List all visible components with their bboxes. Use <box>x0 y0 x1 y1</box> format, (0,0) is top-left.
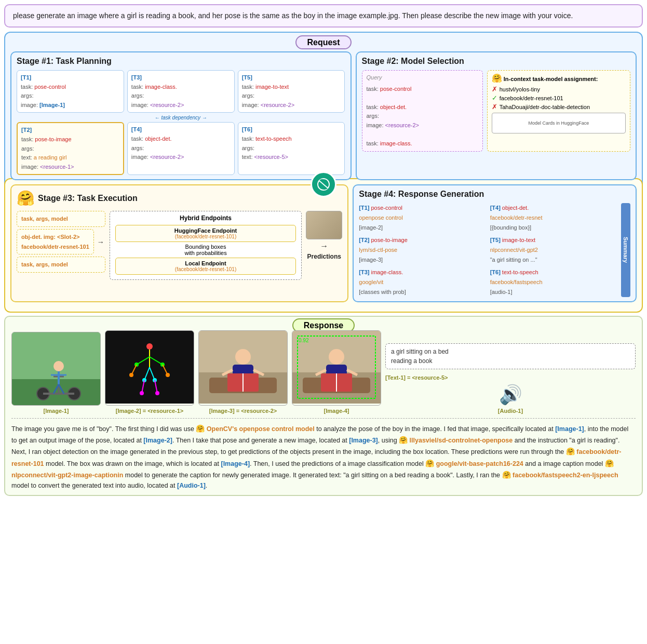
stage3-title: Stage #3: Task Execution <box>38 194 138 203</box>
emoji6: 🤗 <box>502 471 511 479</box>
emoji1: 🤗 <box>196 424 205 433</box>
resp-img4-container: 0.92 [Image-4] <box>292 330 381 414</box>
task-dep-arrow: ← task dependency → <box>17 114 345 120</box>
emoji4: 🤗 <box>425 459 434 467</box>
boy-scooter-svg <box>12 332 100 405</box>
request-text: please generate an image where a girl is… <box>13 10 634 21</box>
task-card-t1: [T1] task: pose-control args: image: [Im… <box>17 70 124 113</box>
local-endpoint-box: Local Endpoint (facebook/detr-resnet-101… <box>115 258 296 275</box>
local-endpoint-model: (facebook/detr-resnet-101) <box>120 266 291 272</box>
emoji3: 🤗 <box>566 447 575 455</box>
resp-img2 <box>105 330 194 406</box>
prediction-area: → Predictions <box>306 211 342 260</box>
model-assign-title: 🤗 In-context task-model assignment: <box>492 73 626 83</box>
t6-header: [T6] <box>242 126 252 132</box>
image3-ref: [Image-3] <box>349 437 378 444</box>
stages-top-row: Stage #1: Task Planning [T1] task: pose-… <box>10 51 637 180</box>
resp-img1-container: [Image-1] <box>11 332 101 414</box>
query-label: Query <box>367 73 478 83</box>
audio-speaker-icon: 🔊 <box>499 384 522 406</box>
task-slots: task, args, model obj-det. img: <Slot-2>… <box>17 211 105 273</box>
resp-img4-label: [Image-4] <box>324 408 349 414</box>
slot-1: task, args, model <box>17 211 105 227</box>
boy-scooter-img <box>12 332 100 405</box>
chatgpt-logo <box>311 171 336 197</box>
response-section: Response <box>4 316 643 497</box>
bounding-label: Bounding boxeswith probabilities <box>115 244 296 256</box>
svg-point-13 <box>146 343 153 350</box>
caption-text: a girl sitting on a bedreading a book <box>391 348 449 365</box>
skeleton-svg <box>105 331 194 404</box>
arrow-right-icon: → <box>320 242 328 251</box>
image2-ref: [Image-2] <box>143 437 172 444</box>
nlp-model-ref: nlpconnect/vit-gpt2-image-captionin <box>11 472 123 479</box>
hybrid-title: Hybrid Endpoints <box>115 214 296 222</box>
t4-header: [T4] <box>131 126 142 132</box>
cross-icon-3: ✗ <box>492 103 497 111</box>
text-label: [Text-1] = <resource-5> <box>385 374 636 381</box>
openai-svg <box>316 177 331 192</box>
summary-arrow: Summary <box>621 203 630 297</box>
detr-model-ref: facebook/detr-resnet-101 <box>11 448 621 467</box>
slot-3: task, args, model <box>17 257 105 273</box>
slot-2-row: obj-det. img: <Slot-2> facebook/detr-res… <box>17 229 105 254</box>
task-grid-2: [T2] task: pose-to-image args: text: a r… <box>17 122 345 175</box>
t5-header: [T5] <box>242 74 252 81</box>
task-card-t4: [T4] task: object-det. args: image: <res… <box>127 122 235 175</box>
predictions-label: Predictions <box>307 253 341 260</box>
slot-arrow: → <box>97 238 104 246</box>
resp-t4: [T4] object-det. facebook/detr-resnet [{… <box>490 203 618 232</box>
svg-point-34 <box>235 349 251 365</box>
emoji5: 🤗 <box>605 459 614 467</box>
check-icon-2: ✓ <box>492 94 497 102</box>
stage4-title: Stage #4: Response Generation <box>359 190 630 199</box>
model-item-1: ✗ hustvl/yolos-tiny <box>492 85 626 93</box>
resp-img1 <box>11 332 101 406</box>
girl-reading2-svg: 0.92 <box>292 331 381 404</box>
task-grid: [T1] task: pose-control args: image: [Im… <box>17 70 345 113</box>
resp-t3: [T3] image-class. google/vit [classes wi… <box>359 267 487 297</box>
stage3-inner: task, args, model obj-det. img: <Slot-2>… <box>17 211 342 280</box>
stage4-box: Stage #4: Response Generation [T1] pose-… <box>353 184 637 302</box>
stage1-title: Stage #1: Task Planning <box>17 57 345 66</box>
resp-img1-label: [Image-1] <box>44 408 69 414</box>
slot-2: obj-det. img: <Slot-2> facebook/detr-res… <box>17 229 94 254</box>
audio-label: [Audio-1] <box>498 408 523 414</box>
response-title-container: Response <box>11 321 636 330</box>
svg-point-30 <box>155 391 159 395</box>
resp-img3-container: [Image-3] = <resource-2> <box>198 330 288 414</box>
stages-top-container: Request Stage #1: Task Planning [T1] tas… <box>4 32 643 191</box>
resp-img4: 0.92 <box>292 330 381 406</box>
model-item-3: ✗ TahaDouaji/detr-doc-table-detection <box>492 103 626 111</box>
hf-endpoint-title: HuggingFace Endpoint <box>120 227 291 234</box>
request-box: please generate an image where a girl is… <box>4 4 643 28</box>
svg-rect-1 <box>12 379 100 405</box>
resp-img2-container: [Image-2] = <resource-1> <box>105 330 194 414</box>
local-endpoint-title: Local Endpoint <box>120 260 291 266</box>
caption-audio-area: a girl sitting on a bedreading a book [T… <box>385 343 636 414</box>
svg-point-21 <box>129 373 133 377</box>
stage2-inner: Query task: pose-control task: object-de… <box>362 70 631 152</box>
response-paragraph: The image you gave me is of "boy". The f… <box>11 418 636 491</box>
stage1-box: Stage #1: Task Planning [T1] task: pose-… <box>10 51 352 180</box>
hf-endpoint-box: HuggingFace Endpoint (facebook/detr-resn… <box>115 225 296 242</box>
audio-icon-area: 🔊 [Audio-1] <box>385 384 636 414</box>
stage3-box: 🤗 Stage #3: Task Execution task, args, m… <box>10 184 348 302</box>
emoji2: 🤗 <box>399 436 408 444</box>
model-item-2: ✓ facebook/detr-resnet-101 <box>492 94 626 102</box>
t2-header: [T2] <box>21 127 32 133</box>
image1-ref: [Image-1] <box>555 425 584 433</box>
resp-t6: [T6] text-to-speech facebook/fastspeech … <box>490 267 618 297</box>
t1-header: [T1] <box>21 74 31 81</box>
resp-t1: [T1] pose-control openpose control [imag… <box>359 203 487 232</box>
task-card-t6: [T6] task: text-to-speech args: text: <r… <box>238 122 345 175</box>
resp-img3-label: [Image-3] = <resource-2> <box>209 408 277 414</box>
prediction-img <box>306 211 342 239</box>
svg-text:0.92: 0.92 <box>299 338 309 343</box>
task-card-t2: [T2] task: pose-to-image args: text: a r… <box>17 122 124 175</box>
vit-model-ref: google/vit-base-patch16-224 <box>436 460 523 467</box>
model-cards-mini: Model Cards in HuggingFace <box>492 113 626 133</box>
resp-img3 <box>198 330 288 406</box>
caption-box: a girl sitting on a bedreading a book <box>385 343 636 369</box>
image4-ref: [Image-4] <box>221 460 250 467</box>
